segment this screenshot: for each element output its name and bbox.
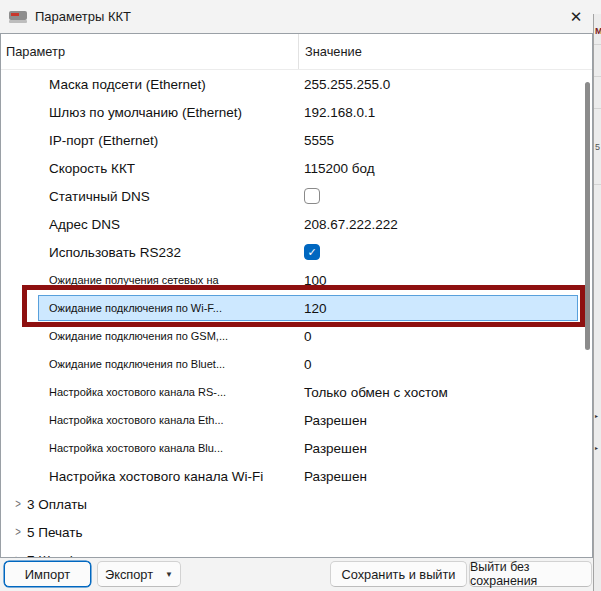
checkbox-unchecked[interactable] bbox=[304, 188, 320, 204]
table-row[interactable]: Настройка хостового канала Wi-Fi Разреше… bbox=[1, 462, 592, 490]
param-label: Ожидание подключения по GSM,... bbox=[1, 330, 304, 342]
background-arrow-fragment: ▸ bbox=[595, 444, 598, 451]
chevron-right-icon[interactable]: > bbox=[11, 497, 25, 511]
param-label: Ожидание подключения по Wi-F... bbox=[1, 302, 304, 314]
table-row[interactable]: Маска подсети (Ethernet) 255.255.255.0 bbox=[1, 70, 592, 98]
table-row[interactable]: Ожидание подключения по GSM,... 0 bbox=[1, 322, 592, 350]
table-row[interactable]: Ожидание подключения по Bluet... 0 bbox=[1, 350, 592, 378]
background-window-sliver: М 5 ▸ ▸ bbox=[593, 14, 601, 591]
exit-without-saving-button[interactable]: Выйти без сохранения bbox=[469, 561, 592, 587]
background-text-fragment: 5 bbox=[595, 142, 600, 152]
table-row[interactable]: IP-порт (Ethernet) 5555 bbox=[1, 126, 592, 154]
param-value: 208.67.222.222 bbox=[304, 217, 592, 232]
divider bbox=[594, 184, 601, 185]
import-button[interactable]: Импорт bbox=[4, 561, 91, 587]
chevron-right-icon[interactable]: > bbox=[11, 525, 25, 539]
param-value: ✓ bbox=[304, 244, 592, 260]
table-row[interactable]: Скорость ККТ 115200 бод bbox=[1, 154, 592, 182]
table-row[interactable]: Ожидание получения сетевых на 100 bbox=[1, 266, 592, 294]
column-header-value[interactable]: Значение bbox=[298, 34, 592, 69]
save-and-exit-button[interactable]: Сохранить и выйти bbox=[330, 561, 467, 587]
param-value: 115200 бод bbox=[304, 161, 592, 176]
group-label: 3 Оплаты bbox=[27, 497, 87, 512]
kkt-parameters-dialog: Параметры ККТ ✕ Параметр Значение Маска … bbox=[0, 0, 601, 591]
parameters-table: Параметр Значение Маска подсети (Etherne… bbox=[0, 33, 593, 558]
export-button[interactable]: Экспорт ▼ bbox=[97, 561, 181, 587]
param-label: Скорость ККТ bbox=[1, 161, 304, 176]
param-value bbox=[304, 188, 592, 204]
table-header: Параметр Значение bbox=[1, 34, 592, 70]
table-row[interactable]: Настройка хостового канала RS-... Только… bbox=[1, 378, 592, 406]
divider bbox=[594, 108, 601, 109]
param-value: 0 bbox=[304, 357, 592, 372]
export-button-label: Экспорт bbox=[105, 567, 153, 582]
param-value: 192.168.0.1 bbox=[304, 105, 592, 120]
table-row[interactable]: Адрес DNS 208.67.222.222 bbox=[1, 210, 592, 238]
param-label: Маска подсети (Ethernet) bbox=[1, 77, 304, 92]
param-label: Настройка хостового канала Blu... bbox=[1, 442, 304, 454]
param-label: Адрес DNS bbox=[1, 217, 304, 232]
param-label: Настройка хостового канала Wi-Fi bbox=[1, 469, 304, 484]
param-value: 100 bbox=[304, 273, 592, 288]
check-icon: ✓ bbox=[307, 247, 316, 258]
param-value: Разрешен bbox=[304, 469, 592, 484]
param-label: Использовать RS232 bbox=[1, 245, 304, 260]
param-value: 5555 bbox=[304, 133, 592, 148]
param-label: Настройка хостового канала Eth... bbox=[1, 414, 304, 426]
table-row[interactable]: Использовать RS232 ✓ bbox=[1, 238, 592, 266]
param-value: Разрешен bbox=[304, 413, 592, 428]
background-text-fragment: М bbox=[595, 26, 601, 36]
tree-group-fonts[interactable]: > 7 Шрифты bbox=[1, 546, 592, 558]
window-title: Параметры ККТ bbox=[35, 9, 131, 24]
tree-group-payments[interactable]: > 3 Оплаты bbox=[1, 490, 592, 518]
printer-icon bbox=[8, 9, 28, 25]
param-value: 0 bbox=[304, 329, 592, 344]
param-label: Настройка хостового канала RS-... bbox=[1, 386, 304, 398]
table-row[interactable]: Статичный DNS bbox=[1, 182, 592, 210]
caret-down-icon: ▼ bbox=[165, 570, 173, 579]
table-row[interactable]: Настройка хостового канала Blu... Разреш… bbox=[1, 434, 592, 462]
divider bbox=[594, 76, 601, 77]
param-label: Шлюз по умолчанию (Ethernet) bbox=[1, 105, 304, 120]
checkbox-checked[interactable]: ✓ bbox=[304, 244, 320, 260]
param-value: Только обмен с хостом bbox=[304, 385, 592, 400]
tree-group-print[interactable]: > 5 Печать bbox=[1, 518, 592, 546]
title-bar: Параметры ККТ ✕ bbox=[0, 0, 601, 33]
divider bbox=[594, 44, 601, 45]
param-label: Статичный DNS bbox=[1, 189, 304, 204]
param-label: Ожидание получения сетевых на bbox=[1, 274, 304, 286]
background-arrow-fragment: ▸ bbox=[595, 412, 598, 419]
param-label: Ожидание подключения по Bluet... bbox=[1, 358, 304, 370]
param-value: Разрешен bbox=[304, 441, 592, 456]
param-value: 255.255.255.0 bbox=[304, 77, 592, 92]
footer-bar: Импорт Экспорт ▼ Сохранить и выйти Выйти… bbox=[0, 558, 593, 591]
table-row-selected[interactable]: Ожидание подключения по Wi-F... 120 bbox=[1, 294, 592, 322]
param-value: 120 bbox=[304, 301, 592, 316]
column-header-param[interactable]: Параметр bbox=[1, 44, 298, 59]
close-button[interactable]: ✕ bbox=[561, 3, 591, 30]
group-label: 5 Печать bbox=[27, 525, 82, 540]
table-row[interactable]: Настройка хостового канала Eth... Разреш… bbox=[1, 406, 592, 434]
table-row[interactable]: Шлюз по умолчанию (Ethernet) 192.168.0.1 bbox=[1, 98, 592, 126]
param-label: IP-порт (Ethernet) bbox=[1, 133, 304, 148]
